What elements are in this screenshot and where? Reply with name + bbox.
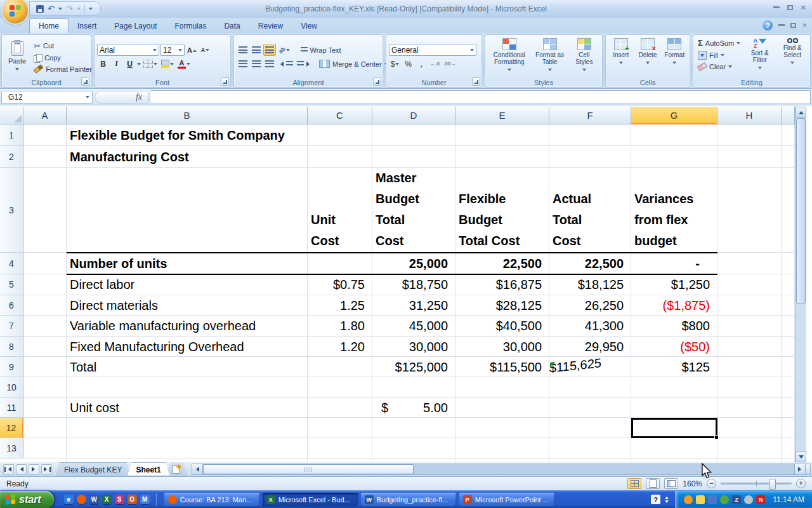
number-dialog-launcher[interactable]	[472, 77, 480, 86]
cell-E7[interactable]: $40,500	[455, 316, 549, 337]
cell-D3[interactable]: Master Budget Total Cost	[372, 168, 455, 253]
fill-color-button[interactable]	[160, 58, 175, 70]
zoom-slider-thumb[interactable]	[769, 479, 776, 490]
increase-decimal-button[interactable]: ←.0	[429, 58, 441, 70]
column-header-C[interactable]: C	[308, 107, 372, 124]
cell-G9[interactable]: $125	[631, 357, 717, 377]
alignment-dialog-launcher[interactable]	[373, 77, 381, 86]
cell-G8[interactable]: ($50)	[631, 337, 717, 357]
taskbar-button-firefox[interactable]: Course: BA 213: Man...	[164, 493, 259, 507]
percent-style-button[interactable]: %	[402, 58, 414, 70]
scroll-down-button[interactable]	[796, 451, 806, 462]
cell-B6[interactable]: Direct materials	[67, 295, 308, 316]
cell-B2[interactable]: Manufacturing Cost	[67, 146, 308, 168]
column-header-G[interactable]: G	[631, 107, 717, 124]
name-box[interactable]: G12	[1, 91, 93, 104]
cell-G3[interactable]: Variances from flex budget	[631, 168, 717, 253]
zotero-icon[interactable]: Z	[732, 495, 741, 504]
insert-worksheet-button[interactable]	[166, 462, 188, 476]
sheet-tab-sheet1[interactable]: Sheet1	[127, 462, 169, 476]
cell-D6[interactable]: 31,250	[372, 295, 455, 316]
volume-icon[interactable]	[744, 495, 753, 504]
decrease-indent-button[interactable]	[277, 58, 294, 70]
cell-D8[interactable]: 30,000	[372, 337, 455, 357]
cell-F7[interactable]: 41,300	[549, 316, 631, 337]
workbook-close-button[interactable]: ×	[802, 22, 807, 29]
bottom-align-button[interactable]	[263, 44, 276, 56]
ribbon-tab-review[interactable]: Review	[249, 19, 292, 33]
tab-split-handle[interactable]	[805, 464, 810, 474]
column-header-E[interactable]: E	[455, 107, 549, 124]
orientation-button[interactable]: ab	[277, 44, 291, 56]
customize-qat-icon[interactable]	[89, 8, 93, 12]
update-icon[interactable]	[684, 495, 693, 504]
paste-button[interactable]: Paste	[4, 40, 30, 74]
horizontal-scrollbar-thumb[interactable]	[203, 464, 414, 474]
cell-B5[interactable]: Direct labor	[67, 274, 308, 295]
cell-B9[interactable]: Total	[67, 357, 308, 377]
formula-input[interactable]	[151, 90, 811, 104]
horizontal-scrollbar[interactable]	[192, 464, 811, 475]
taskbar-button-word[interactable]: WBudgeting_practice-fl...	[361, 493, 456, 507]
quick-launch-outlook-icon[interactable]: O	[128, 495, 137, 504]
row-header-4[interactable]: 4	[0, 253, 23, 274]
accounting-format-button[interactable]: $	[389, 58, 401, 70]
font-size-select[interactable]: 12	[160, 44, 185, 56]
norton-icon[interactable]: N	[756, 495, 765, 504]
cell-G4[interactable]: -	[631, 253, 717, 274]
cell-G5[interactable]: $1,250	[631, 274, 717, 295]
row-header-7[interactable]: 7	[0, 316, 23, 337]
cell-D4[interactable]: 25,000	[372, 253, 455, 274]
redo-dropdown-icon[interactable]	[77, 8, 81, 12]
zoom-level[interactable]: 160%	[683, 479, 702, 488]
format-as-table-button[interactable]: Format as Table	[533, 36, 567, 74]
quick-launch-firefox-icon[interactable]	[77, 495, 86, 504]
cell-F4[interactable]: 22,500	[549, 253, 631, 274]
quick-launch-excel-icon[interactable]: X	[102, 495, 112, 504]
grow-font-button[interactable]: A	[186, 44, 198, 56]
minimize-button[interactable]	[773, 6, 780, 8]
zoom-in-button[interactable]: +	[796, 479, 806, 488]
cell-G6[interactable]: ($1,875)	[631, 295, 717, 316]
conditional-formatting-button[interactable]: Conditional Formatting	[488, 36, 531, 74]
column-header-F[interactable]: F	[549, 107, 631, 124]
cell-B1[interactable]: Flexible Budget for Smith Company	[67, 124, 308, 146]
vertical-scrollbar-thumb[interactable]	[796, 118, 806, 304]
font-color-button[interactable]: A	[176, 58, 192, 70]
insert-function-button[interactable]: fx	[95, 91, 149, 104]
clear-button[interactable]: Clear	[696, 62, 742, 71]
borders-button[interactable]	[142, 58, 159, 70]
zoom-slider[interactable]	[721, 483, 792, 485]
first-sheet-button[interactable]	[3, 464, 14, 475]
row-header-1[interactable]: 1	[0, 124, 23, 146]
fill-button[interactable]: Fill	[696, 50, 742, 60]
cell-E8[interactable]: 30,000	[455, 337, 549, 357]
quick-launch-snagit-icon[interactable]: S	[115, 495, 124, 504]
quick-launch-internet-explorer-icon[interactable]: e	[64, 495, 74, 504]
cell-C6[interactable]: 1.25	[308, 295, 372, 316]
column-header-B[interactable]: B	[67, 107, 308, 124]
increase-indent-button[interactable]	[296, 58, 313, 70]
row-header-2[interactable]: 2	[0, 146, 23, 168]
taskbar-button-excel[interactable]: XMicrosoft Excel - Bud...	[263, 493, 358, 507]
help-tray-icon[interactable]: ?	[651, 495, 660, 504]
cell-E5[interactable]: $16,875	[455, 274, 549, 295]
font-family-select[interactable]: Arial	[97, 44, 159, 56]
help-button[interactable]: ?	[763, 20, 773, 30]
row-header-9[interactable]: 9	[0, 357, 23, 377]
cell-E3[interactable]: Flexible Budget Total Cost	[455, 168, 549, 253]
row-header-11[interactable]: 11	[0, 398, 23, 418]
clipboard-dialog-launcher[interactable]	[81, 77, 89, 86]
decrease-decimal-button[interactable]: .00→	[442, 58, 457, 70]
column-header-A[interactable]: A	[23, 107, 67, 124]
ribbon-tab-formulas[interactable]: Formulas	[166, 19, 215, 33]
top-align-button[interactable]	[237, 44, 249, 56]
delete-cells-button[interactable]: × Delete	[635, 36, 660, 67]
cell-C5[interactable]: $0.75	[308, 274, 372, 295]
tools-icon[interactable]	[708, 495, 717, 504]
row-header-12[interactable]: 12	[0, 418, 23, 438]
cell-B11[interactable]: Unit cost	[67, 398, 308, 418]
cell-E6[interactable]: $28,125	[455, 295, 549, 316]
ribbon-tab-data[interactable]: Data	[215, 19, 249, 33]
copy-button[interactable]: Copy	[32, 53, 94, 63]
